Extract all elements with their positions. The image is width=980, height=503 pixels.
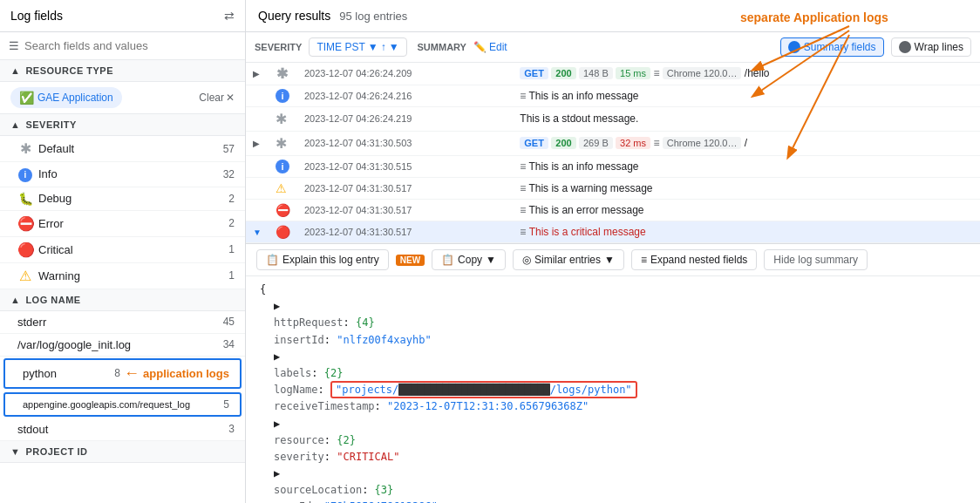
expand-row[interactable]: ▶ <box>274 416 966 432</box>
log-summary: GET 200 269 B 32 ms ≡ Chrome 120.0… / <box>513 131 980 155</box>
log-time: 2023-12-07 04:26:24.209 <box>297 63 513 85</box>
edit-button[interactable]: ✏️ Edit <box>473 41 507 53</box>
expand-row[interactable]: ▶ <box>274 349 966 365</box>
arrows-icon[interactable]: ⇄ <box>224 9 235 23</box>
similar-entries-button[interactable]: ◎ Similar entries ▼ <box>513 249 624 270</box>
project-id-section[interactable]: ▼ PROJECT ID <box>0 441 245 463</box>
expand-icon[interactable]: ▶ <box>253 139 260 148</box>
table-row[interactable]: ▶ ✱ 2023-12-07 04:26:24.209 GET 200 148 … <box>246 63 980 85</box>
expand-icon: ≡ <box>641 254 647 266</box>
log-python[interactable]: python 8 ← application logs <box>3 358 242 389</box>
log-name-section[interactable]: ▲ LOG NAME <box>0 289 245 311</box>
gae-chip[interactable]: ✅ GAE Application <box>10 87 122 108</box>
browser-badge: Chrome 120.0… <box>663 67 742 79</box>
resource-type-section[interactable]: ▲ RESOURCE TYPE <box>0 60 245 82</box>
severity-critical[interactable]: 🔴 Critical 1 <box>0 237 245 263</box>
log-google-init[interactable]: /var/log/google_init.log 34 <box>0 334 245 357</box>
path: /hello <box>745 67 770 79</box>
log-appengine[interactable]: appengine.googleapis.com/request_log 5 <box>3 392 242 417</box>
log-name-label: LOG NAME <box>25 295 80 305</box>
default-sev-badge: ✱ <box>276 136 287 151</box>
time-sort-button[interactable]: TIME PST ▼ ↑ ▼ <box>309 37 406 57</box>
severity-debug[interactable]: 🐛 Debug 2 <box>0 187 245 211</box>
table-row[interactable]: i 2023-12-07 04:26:24.216 ≡ This is an i… <box>246 85 980 106</box>
error-sev-badge: ⛔ <box>276 203 290 217</box>
log-stdout[interactable]: stdout 3 <box>0 418 245 441</box>
log-fields-title: Log fields <box>10 9 63 23</box>
hide-summary-button[interactable]: Hide log summary <box>764 249 868 270</box>
explain-icon: 📋 <box>266 254 279 266</box>
wrap-lines-toggle[interactable]: Wrap lines <box>891 37 971 57</box>
log-count: 95 log entries <box>339 10 407 23</box>
severity-info[interactable]: i Info 32 <box>0 162 245 187</box>
severity-default[interactable]: ✱ Default 57 <box>0 136 245 162</box>
warning-severity-icon: ⚠ <box>17 268 33 284</box>
severity-section[interactable]: ▲ SEVERITY <box>0 114 245 136</box>
hide-label: Hide log summary <box>773 254 858 266</box>
detail-line[interactable]: ▶ httpRequest: {4} <box>260 298 966 331</box>
chevron-down-icon: ▼ <box>368 41 378 53</box>
copy-button[interactable]: 📋 Copy ▼ <box>432 249 506 270</box>
log-time: 2023-12-07 04:31:30.515 <box>297 155 513 177</box>
expand-nested-button[interactable]: ≡ Expand nested fields <box>631 249 757 270</box>
table-row[interactable]: ▶ ✱ 2023-12-07 04:31:30.503 GET 200 269 … <box>246 131 980 155</box>
expand-icon[interactable]: ▼ <box>253 228 262 237</box>
table-row[interactable]: i 2023-12-07 04:31:30.515 ≡ This is an i… <box>246 155 980 177</box>
log-summary: GET 200 148 B 15 ms ≡ Chrome 120.0… /hel… <box>513 63 980 85</box>
ms-badge: 15 ms <box>616 67 650 79</box>
error-severity-icon: ⛔ <box>17 215 33 232</box>
time-label: TIME PST <box>316 41 364 53</box>
new-badge: NEW <box>396 255 425 266</box>
detail-line: severity: "CRITICAL" <box>260 449 966 466</box>
detail-line[interactable]: ▶ sourceLocation: {3} <box>260 466 966 499</box>
summary-fields-toggle[interactable]: Summary fields <box>780 37 884 57</box>
detail-toolbar: 📋 Explain this log entry NEW 📋 Copy ▼ ◎ … <box>246 244 980 276</box>
table-row[interactable]: ⛔ 2023-12-07 04:31:30.517 ≡ This is an e… <box>246 199 980 221</box>
log-stderr[interactable]: stderr 45 <box>0 311 245 334</box>
table-row[interactable]: ⚠ 2023-12-07 04:31:30.517 ≡ This is a wa… <box>246 177 980 199</box>
clear-button[interactable]: Clear ✕ <box>199 92 235 104</box>
size-badge: 269 B <box>579 137 613 149</box>
equals-icon: ≡ <box>653 137 659 149</box>
log-time: 2023-12-07 04:26:24.216 <box>297 85 513 106</box>
explain-button[interactable]: 📋 Explain this log entry <box>256 249 389 270</box>
copy-label: Copy <box>458 254 482 266</box>
detail-line: spanId: "78b5858478613386" <box>260 499 966 503</box>
debug-severity-icon: 🐛 <box>17 192 33 206</box>
table-row[interactable]: ▼ 🔴 2023-12-07 04:31:30.517 ≡ This is a … <box>246 221 980 242</box>
info-sev-badge: i <box>276 89 289 103</box>
check-icon: ✅ <box>19 91 34 105</box>
toggle-off-icon <box>899 41 911 53</box>
search-input[interactable] <box>24 39 236 52</box>
equals-icon: ≡ <box>520 182 526 194</box>
severity-error[interactable]: ⛔ Error 2 <box>0 211 245 237</box>
chevron-down-icon: ▲ <box>10 295 20 305</box>
info-sev-badge: i <box>276 160 289 173</box>
expand-row[interactable]: ▶ <box>274 298 966 315</box>
search-box[interactable]: ☰ <box>0 32 245 60</box>
chevron-down-icon: ▲ <box>10 119 20 130</box>
severity-warning[interactable]: ⚠ Warning 1 <box>0 263 245 289</box>
project-id-label: PROJECT ID <box>25 446 87 457</box>
similar-icon: ◎ <box>522 254 531 266</box>
detail-line-logname: logName: "projects/█████████████████████… <box>260 382 966 398</box>
status-badge: 200 <box>551 137 575 149</box>
detail-line[interactable]: ▶ labels: {2} <box>260 349 966 382</box>
size-badge: 148 B <box>579 67 613 79</box>
expand-label: Expand nested fields <box>650 254 747 266</box>
resource-type-row: ✅ GAE Application Clear ✕ <box>0 82 245 114</box>
sort-up-icon: ↑ <box>381 41 386 53</box>
detail-line: insertId: "nlfz00f4xayhb" <box>260 332 966 349</box>
detail-line[interactable]: ▶ resource: {2} <box>260 416 966 449</box>
ms-badge: 32 ms <box>616 137 650 149</box>
expand-icon[interactable]: ▶ <box>253 69 260 78</box>
explain-label: Explain this log entry <box>282 254 379 266</box>
table-row[interactable]: ✱ 2023-12-07 04:26:24.219 This is a stdo… <box>246 106 980 131</box>
info-severity-icon: i <box>17 167 33 182</box>
browser-badge: Chrome 120.0… <box>663 137 742 149</box>
log-toolbar: SEVERITY TIME PST ▼ ↑ ▼ SUMMARY ✏️ Edit … <box>246 32 980 63</box>
expand-row[interactable]: ▶ <box>274 466 966 482</box>
right-panel-header: Query results 95 log entries <box>246 0 980 32</box>
toggle-on-icon <box>788 41 800 53</box>
severity-label: SEVERITY <box>25 119 76 130</box>
